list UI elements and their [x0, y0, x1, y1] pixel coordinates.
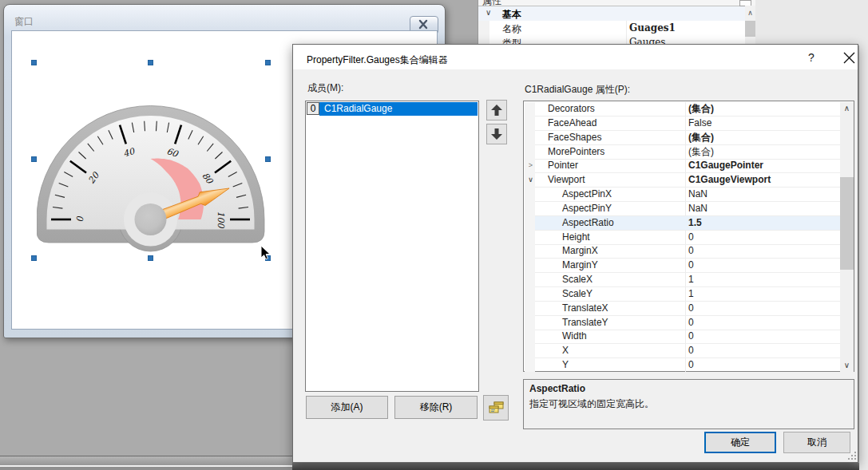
property-row-Height[interactable]: Height0 — [525, 231, 841, 245]
panel-background-right — [859, 44, 868, 470]
property-row-AspectPinY[interactable]: AspectPinYNaN — [525, 202, 841, 216]
scroll-up-icon[interactable]: ∧ — [745, 7, 755, 18]
expand-icon[interactable]: > — [526, 159, 535, 172]
chevron-down-icon: ∨ — [486, 8, 491, 17]
selection-handle[interactable] — [148, 60, 153, 65]
property-value: 0 — [688, 244, 694, 258]
property-value: 0 — [688, 344, 694, 357]
properties-panel-header — [478, 0, 755, 6]
property-value: Guages1 — [629, 22, 676, 34]
property-row-name[interactable]: 名称 Guages1 — [478, 21, 745, 36]
property-name: TranslateX — [562, 302, 608, 315]
panel-background — [755, 0, 868, 45]
property-value: False — [688, 117, 711, 130]
property-label: 名称 — [502, 22, 521, 36]
property-row-Width[interactable]: Width0 — [525, 330, 841, 344]
property-row-MorePointers[interactable]: MorePointers(集合) — [525, 145, 841, 160]
property-row-Viewport[interactable]: ∨ViewportC1GaugeViewport — [525, 173, 841, 188]
move-down-button[interactable] — [486, 124, 507, 144]
property-name: Height — [562, 231, 590, 244]
bottom-strip — [0, 467, 292, 470]
radial-gauge: 020406080100 — [37, 104, 267, 257]
screen: 属性 ∨ 基本 名称 Guages1 类型 Gauges ∧ 窗口 — [0, 0, 868, 470]
property-value: 0 — [688, 302, 694, 315]
property-row-Y[interactable]: Y0 — [525, 358, 841, 372]
selection-handle[interactable] — [31, 60, 37, 65]
property-pages-button[interactable] — [483, 395, 509, 421]
description-text: 指定可视区域的固定宽高比。 — [529, 397, 654, 411]
property-name: Viewport — [548, 173, 585, 187]
selection-handle[interactable] — [265, 60, 271, 65]
list-item[interactable]: 0 C1RadialGauge — [307, 102, 478, 116]
scroll-up-icon[interactable]: ∧ — [840, 102, 854, 115]
property-row-Decorators[interactable]: Decorators(集合) — [525, 102, 841, 117]
selection-handle[interactable] — [31, 156, 37, 162]
property-value: 0 — [688, 231, 694, 244]
property-row-FaceAhead[interactable]: FaceAheadFalse — [525, 117, 841, 131]
property-grid: Decorators(集合)FaceAheadFalseFaceShapes(集… — [523, 101, 854, 372]
svg-text:0: 0 — [75, 216, 85, 223]
property-value: (集合) — [688, 145, 714, 159]
property-value: 1 — [688, 287, 694, 301]
selection-handle[interactable] — [148, 255, 153, 261]
svg-text:100: 100 — [216, 211, 226, 229]
property-name: ScaleY — [562, 287, 593, 301]
property-name: FaceShapes — [548, 131, 601, 144]
scroll-thumb[interactable] — [840, 177, 854, 270]
property-row-Pointer[interactable]: >PointerC1GaugePointer — [525, 159, 841, 173]
scroll-thumb[interactable] — [745, 21, 755, 37]
property-row-ScaleX[interactable]: ScaleX1 — [525, 273, 841, 287]
help-button[interactable]: ? — [805, 51, 818, 65]
column-divider — [626, 21, 627, 35]
scrollbar[interactable]: ∧ — [745, 6, 755, 45]
property-name: MorePointers — [548, 145, 604, 159]
description-panel: AspectRatio 指定可视区域的固定宽高比。 — [523, 379, 854, 429]
selection-handle[interactable] — [265, 156, 271, 162]
category-row-basic[interactable]: ∨ 基本 — [478, 6, 745, 22]
ok-button[interactable]: 确定 — [704, 432, 776, 453]
property-value: 0 — [688, 330, 694, 343]
property-row-AspectRatio[interactable]: AspectRatio1.5 — [525, 216, 841, 231]
form-window-title[interactable]: 窗口 — [14, 15, 34, 29]
row-indent — [478, 21, 489, 35]
property-value: (集合) — [688, 131, 714, 144]
move-up-button[interactable] — [486, 100, 507, 120]
property-name: Width — [562, 330, 587, 343]
property-row-AspectPinX[interactable]: AspectPinXNaN — [525, 188, 841, 202]
selection-handle[interactable] — [31, 255, 37, 261]
property-name: AspectPinX — [562, 188, 612, 201]
properties-grid-label: C1RadialGauge 属性(P): — [525, 83, 630, 97]
property-name: X — [562, 344, 569, 357]
property-value: 1 — [688, 273, 694, 286]
property-row-TranslateX[interactable]: TranslateX0 — [525, 302, 841, 316]
property-row-MarginX[interactable]: MarginX0 — [525, 244, 841, 259]
property-row-TranslateY[interactable]: TranslateY0 — [525, 316, 841, 330]
property-value: (集合) — [688, 102, 714, 116]
mouse-cursor — [260, 245, 271, 261]
grid-scrollbar[interactable]: ∧ ∨ — [840, 102, 854, 372]
property-name: ScaleX — [562, 273, 593, 286]
property-row-ScaleY[interactable]: ScaleY1 — [525, 287, 841, 302]
collection-editor-dialog: PropertyFilter.Gauges集合编辑器 ? 成员(M): 0 C1… — [292, 44, 858, 463]
property-row-MarginY[interactable]: MarginY0 — [525, 259, 841, 273]
resize-grip[interactable] — [847, 451, 857, 460]
property-value: 0 — [688, 316, 694, 330]
property-row-X[interactable]: X0 — [525, 344, 841, 358]
close-icon[interactable] — [841, 50, 858, 66]
remove-button[interactable]: 移除(R) — [394, 396, 478, 419]
members-listbox[interactable]: 0 C1RadialGauge — [305, 101, 479, 392]
property-value: 0 — [688, 259, 694, 272]
property-row-FaceShapes[interactable]: FaceShapes(集合) — [525, 131, 841, 145]
property-name: Y — [562, 358, 569, 372]
cancel-button[interactable]: 取消 — [783, 432, 850, 453]
property-value: NaN — [688, 188, 707, 201]
property-value: NaN — [688, 202, 707, 215]
property-name: FaceAhead — [548, 117, 597, 130]
property-name: AspectRatio — [562, 216, 614, 230]
properties-panel: 属性 ∨ 基本 名称 Guages1 类型 Gauges ∧ — [478, 0, 755, 45]
collapse-icon[interactable]: ∨ — [526, 173, 535, 187]
add-button[interactable]: 添加(A) — [306, 396, 388, 419]
property-value: 0 — [688, 358, 694, 372]
scroll-down-icon[interactable]: ∨ — [840, 359, 854, 372]
property-grid-rows: Decorators(集合)FaceAheadFalseFaceShapes(集… — [525, 102, 841, 372]
